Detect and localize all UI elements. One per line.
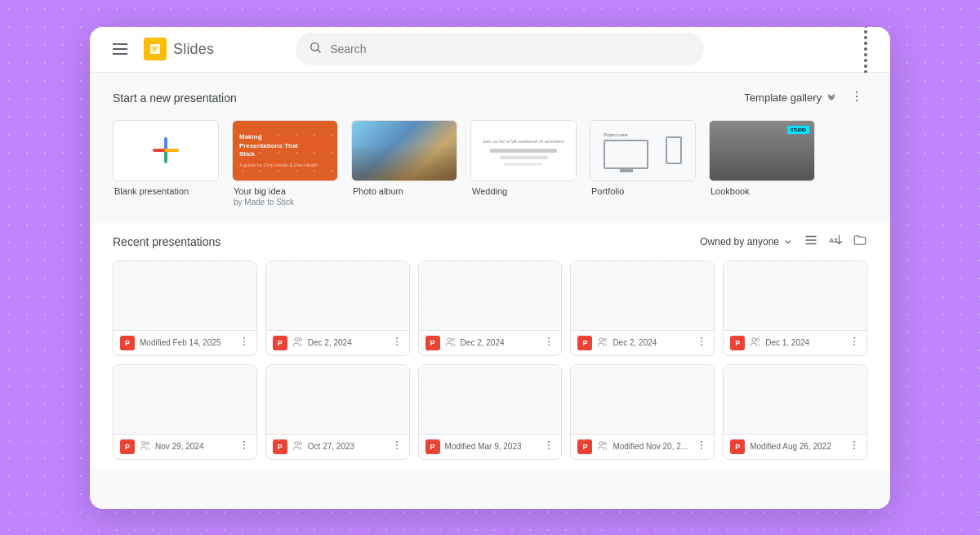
file-date: Dec 2, 2024: [461, 338, 539, 347]
shared-icon: [292, 440, 303, 453]
file-more-button[interactable]: [849, 439, 860, 454]
file-date: Dec 2, 2024: [612, 338, 691, 347]
file-more-button[interactable]: [543, 336, 555, 350]
file-thumbnail: [571, 261, 714, 331]
svg-point-60: [701, 444, 702, 446]
template-thumb-blank: [113, 120, 219, 181]
file-info: PModified Aug 26, 2022: [724, 435, 866, 459]
file-card[interactable]: PModified Feb 14, 2025: [113, 261, 257, 356]
search-bar[interactable]: [296, 33, 704, 65]
file-thumbnail: [724, 261, 866, 331]
file-info: PNov 29, 2024: [114, 435, 256, 459]
template-item-portfolio[interactable]: Project name Portfolio: [590, 120, 696, 207]
svg-rect-18: [805, 239, 817, 241]
template-item-lookbook[interactable]: STUDIO Lookbook: [709, 120, 815, 207]
file-thumbnail: [114, 365, 256, 435]
svg-point-24: [295, 337, 298, 341]
svg-point-63: [853, 444, 855, 446]
recent-header: Recent presentations Owned by anyone AZ: [113, 233, 867, 251]
file-card[interactable]: PDec 1, 2024: [723, 261, 867, 356]
template-item-photo-album[interactable]: Photo album: [351, 120, 457, 207]
svg-rect-1: [152, 47, 158, 47]
template-item-blank[interactable]: Blank presentation: [113, 120, 219, 207]
svg-text:AZ: AZ: [830, 237, 838, 244]
file-more-button[interactable]: [543, 439, 555, 454]
template-label-portfolio: Portfolio: [590, 186, 696, 196]
file-more-button[interactable]: [696, 439, 707, 454]
file-card[interactable]: PDec 2, 2024: [418, 261, 563, 356]
svg-point-61: [701, 448, 702, 449]
section-divider: [90, 216, 890, 223]
file-more-button[interactable]: [391, 439, 403, 454]
file-more-button[interactable]: [238, 336, 250, 350]
file-thumbnail: [419, 365, 562, 435]
file-thumbnail: [266, 261, 409, 331]
template-label-big-idea: Your big idea: [232, 186, 338, 196]
file-card[interactable]: PModified Nov 20, 2022: [570, 364, 715, 460]
template-thumb-photo-album: [351, 120, 457, 181]
owned-by-button[interactable]: Owned by anyone: [700, 236, 794, 247]
svg-point-38: [701, 344, 702, 346]
template-item-wedding[interactable]: Join us for a full weekend of activities…: [470, 120, 577, 207]
file-thumbnail: [114, 261, 256, 331]
svg-point-32: [549, 341, 550, 342]
svg-point-7: [856, 95, 858, 96]
slides-logo-icon: [144, 38, 167, 60]
svg-point-39: [752, 337, 755, 341]
svg-point-62: [853, 441, 855, 443]
file-date: Dec 2, 2024: [308, 338, 386, 347]
svg-point-47: [243, 444, 245, 446]
folder-icon[interactable]: [853, 233, 867, 251]
file-card[interactable]: POct 27, 2023: [265, 364, 410, 460]
template-thumb-portfolio: Project name: [590, 120, 696, 181]
app-window: Slides Start a new presentation: [90, 27, 890, 509]
svg-point-53: [396, 448, 398, 449]
template-section-title: Start a new presentation: [113, 91, 237, 105]
file-thumbnail: [419, 261, 562, 331]
template-more-button[interactable]: [846, 86, 867, 110]
svg-point-58: [604, 442, 607, 444]
search-icon: [309, 41, 322, 57]
shared-icon: [292, 337, 303, 350]
svg-line-5: [318, 50, 320, 52]
file-date: Modified Nov 20, 2022: [612, 442, 691, 451]
file-info: PDec 2, 2024: [571, 331, 714, 355]
svg-point-41: [853, 337, 855, 339]
template-item-big-idea[interactable]: MakingPresentations ThatStick A guide by…: [232, 120, 338, 207]
file-card[interactable]: PModified Aug 26, 2022: [723, 364, 867, 460]
svg-rect-19: [805, 243, 817, 244]
file-more-button[interactable]: [696, 336, 707, 350]
file-card[interactable]: PNov 29, 2024: [113, 364, 257, 460]
app-header: Slides: [90, 27, 890, 73]
template-gallery-button[interactable]: Template gallery: [744, 91, 838, 105]
shared-icon: [750, 337, 760, 350]
main-content: Start a new presentation Template galler…: [90, 73, 890, 509]
list-view-icon[interactable]: [804, 233, 818, 251]
file-date: Modified Mar 9, 2023: [445, 442, 539, 451]
shared-icon: [597, 337, 608, 350]
svg-point-23: [243, 344, 245, 346]
file-thumbnail: [724, 365, 866, 435]
search-input[interactable]: [330, 42, 691, 56]
file-more-button[interactable]: [391, 336, 403, 350]
owned-by-label: Owned by anyone: [700, 236, 779, 247]
file-card[interactable]: PDec 2, 2024: [570, 261, 715, 356]
file-slides-icon: P: [577, 336, 592, 350]
svg-point-26: [396, 337, 398, 339]
file-card[interactable]: PModified Mar 9, 2023: [418, 364, 563, 460]
file-more-button[interactable]: [238, 439, 250, 454]
svg-point-54: [549, 441, 550, 443]
file-card[interactable]: PDec 2, 2024: [265, 261, 410, 356]
template-label-photo-album: Photo album: [351, 186, 457, 196]
svg-point-22: [243, 341, 245, 342]
file-more-button[interactable]: [849, 336, 860, 350]
svg-point-40: [756, 338, 759, 341]
menu-icon[interactable]: [106, 37, 134, 61]
template-label-blank: Blank presentation: [113, 186, 219, 196]
sort-az-icon[interactable]: AZ: [828, 233, 843, 250]
template-section: Start a new presentation Template galler…: [90, 73, 890, 216]
svg-point-29: [447, 337, 450, 341]
svg-point-52: [396, 444, 398, 446]
svg-point-50: [299, 442, 301, 444]
blank-plus-icon: [148, 132, 184, 168]
